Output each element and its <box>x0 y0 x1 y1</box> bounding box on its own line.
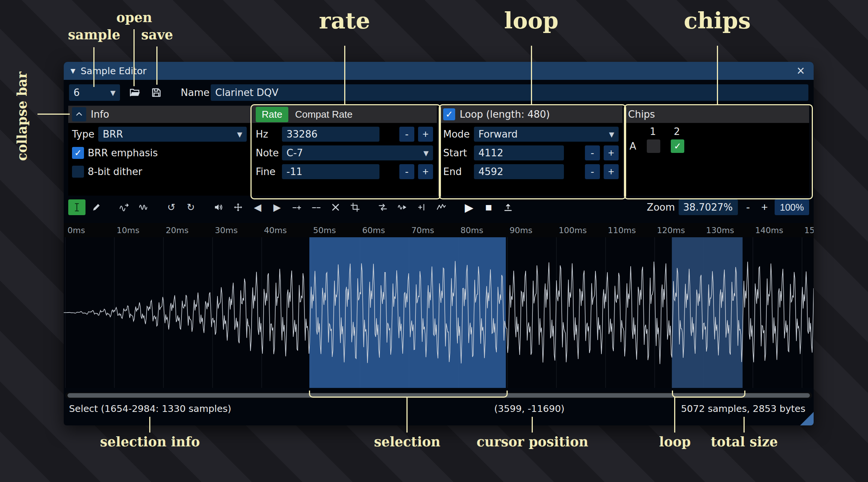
dither-checkbox[interactable]: ✓ <box>72 166 84 178</box>
annotation-rate: rate <box>319 7 370 34</box>
loop-start-input[interactable]: 4112 <box>474 145 564 160</box>
sample-number-value: 6 <box>73 87 80 98</box>
resize-grip[interactable] <box>800 412 814 425</box>
zoom-label: Zoom <box>647 202 675 213</box>
move-arrows-icon <box>233 202 243 212</box>
wavetable-button[interactable] <box>135 199 152 215</box>
stop-button[interactable]: ■ <box>480 199 497 215</box>
annotation-line-rate <box>344 46 345 104</box>
check-icon: ✓ <box>445 109 453 120</box>
check-icon: ✓ <box>74 148 82 158</box>
scrollbar-thumb[interactable] <box>67 393 810 398</box>
amplify-button[interactable] <box>210 199 227 215</box>
hz-plus-button[interactable]: + <box>418 127 433 142</box>
waveform-scrollbar[interactable] <box>65 392 812 398</box>
annotation-line-selection <box>406 397 408 433</box>
titlebar[interactable]: ▼ Sample Editor × <box>64 62 814 80</box>
sample-editor-window: ▼ Sample Editor × 6 ▼ Name Clarinet DQV … <box>64 62 814 425</box>
fine-input[interactable]: -11 <box>282 164 379 179</box>
effect-filter-button[interactable] <box>433 199 450 215</box>
loop-start-plus-button[interactable]: + <box>604 145 619 160</box>
mode-label: Mode <box>443 129 470 140</box>
brr-emphasis-checkbox[interactable]: ✓ <box>72 147 84 159</box>
speaker-icon <box>214 202 223 212</box>
chips-section: Chips 1 2 A ✓ ✓ <box>624 106 809 196</box>
tab-rate[interactable]: Rate <box>256 107 288 122</box>
annotation-line-loop <box>531 46 532 104</box>
window-collapse-icon[interactable]: ▼ <box>70 67 75 75</box>
loop-mode-select[interactable]: Forward ▼ <box>474 127 619 142</box>
waveform-display[interactable] <box>64 237 814 388</box>
insert-silence-button[interactable] <box>288 199 305 215</box>
floppy-save-icon <box>151 87 162 98</box>
annotation-total-size: total size <box>711 434 778 449</box>
loop-end-input[interactable]: 4592 <box>474 164 564 179</box>
swap-channels-button[interactable] <box>374 199 391 215</box>
zoom-in-button[interactable]: + <box>758 201 771 214</box>
collapse-bar-button[interactable] <box>72 107 86 121</box>
save-button[interactable] <box>148 84 165 101</box>
cursor-position-text: (3599, -11690) <box>494 401 565 416</box>
loop-start-minus-button[interactable]: - <box>585 145 600 160</box>
loop-mode-value: Forward <box>478 129 518 140</box>
trim-button[interactable] <box>346 199 364 215</box>
reverse-button[interactable]: ◀ <box>249 199 266 215</box>
annotation-line-save <box>156 46 157 85</box>
ruler-tick-label: 0ms <box>67 226 85 235</box>
redo-icon: ↻ <box>187 202 195 213</box>
fine-plus-button[interactable]: + <box>418 164 433 179</box>
ruler-tick-label: 90ms <box>510 226 532 235</box>
type-select[interactable]: BRR ▼ <box>98 127 247 142</box>
resize-button[interactable] <box>229 199 247 215</box>
type-label: Type <box>72 129 94 140</box>
zigzag-wave-icon <box>436 202 446 212</box>
tab-compat-rate[interactable]: Compat Rate <box>293 108 355 121</box>
triangle-right-icon: ▶ <box>273 202 281 213</box>
loop-end-plus-button[interactable]: + <box>604 164 619 179</box>
fine-minus-button[interactable]: - <box>399 164 414 179</box>
loop-checkbox[interactable]: ✓ <box>443 108 455 120</box>
select-tool-button[interactable] <box>68 199 85 215</box>
delete-button[interactable] <box>327 199 344 215</box>
undo-button[interactable]: ↺ <box>163 199 180 215</box>
wave-icon <box>139 202 148 212</box>
chips-section-title: Chips <box>628 109 655 120</box>
note-select[interactable]: C-7 ▼ <box>282 145 433 160</box>
zoom-reset-button[interactable]: 100% <box>775 199 809 215</box>
open-button[interactable] <box>126 84 143 101</box>
forward-button[interactable]: ▶ <box>268 199 286 215</box>
ruler-tick-label: 30ms <box>215 226 238 235</box>
zoom-out-button[interactable]: - <box>742 201 754 214</box>
ruler: 0ms10ms20ms30ms40ms50ms60ms70ms80ms90ms1… <box>64 223 814 238</box>
fine-value: -11 <box>286 166 302 177</box>
sample-number-select[interactable]: 6 ▼ <box>69 84 120 101</box>
sample-name-input[interactable]: Clarinet DQV <box>211 84 808 101</box>
check-icon: ✓ <box>674 141 681 151</box>
wave-play-icon <box>397 202 407 212</box>
upload-button[interactable] <box>499 199 517 215</box>
hz-minus-button[interactable]: - <box>399 127 414 142</box>
brr-emphasis-label: BRR emphasis <box>88 147 158 159</box>
redo-button[interactable]: ↻ <box>182 199 199 215</box>
zoom-value-input[interactable]: 38.7027% <box>679 199 738 215</box>
annotation-loop-bottom: loop <box>659 434 691 449</box>
apply-silence-button[interactable] <box>307 199 325 215</box>
pencil-icon <box>91 202 101 212</box>
close-button[interactable]: × <box>795 64 807 78</box>
loop-end-minus-button[interactable]: - <box>585 164 600 179</box>
preview-wave-button[interactable] <box>394 199 411 215</box>
line-plus-icon <box>292 202 301 212</box>
info-section-title: Info <box>91 109 109 120</box>
draw-tool-button[interactable] <box>88 199 105 215</box>
loop-start-label: Start <box>443 147 470 159</box>
chip-column-1: 1 <box>650 126 674 137</box>
hz-input[interactable]: 33286 <box>282 127 379 142</box>
resample-button[interactable] <box>115 199 133 215</box>
chip-2-checkbox[interactable]: ✓ <box>671 139 684 153</box>
waveform-area[interactable] <box>64 237 814 388</box>
loop-end-value: 4592 <box>478 166 503 177</box>
annotation-selection: selection <box>374 434 440 449</box>
insert-point-button[interactable] <box>413 199 430 215</box>
play-button[interactable]: ▶ <box>460 199 478 215</box>
chip-1-checkbox[interactable]: ✓ <box>647 139 660 153</box>
